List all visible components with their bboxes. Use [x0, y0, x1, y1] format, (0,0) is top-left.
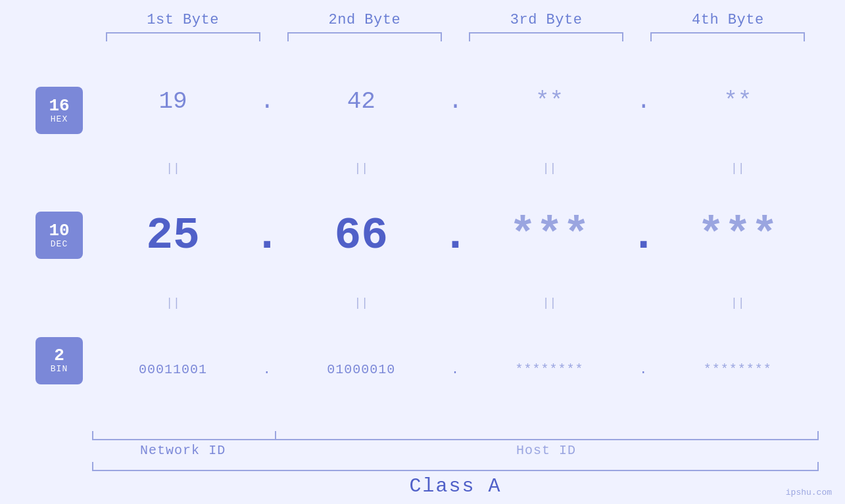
byte4-header: 4th Byte — [637, 12, 819, 28]
watermark: ipshu.com — [786, 488, 832, 497]
bin-row: 00011001 . 01000010 . ******** . — [92, 310, 819, 430]
dec-dot3: . — [631, 210, 657, 261]
top-bracket-1 — [106, 32, 260, 41]
bracket-cell-4 — [637, 32, 819, 41]
host-bracket — [275, 431, 819, 440]
hex-byte3: ** — [469, 88, 631, 115]
bin-byte1-value: 00011001 — [139, 362, 207, 377]
network-id-label: Network ID — [92, 443, 274, 458]
values-grid: 19 . 42 . ** . ** — [92, 41, 819, 430]
bracket-cell-1 — [92, 32, 274, 41]
bin-byte4: ******** — [657, 362, 819, 377]
top-bracket-3 — [469, 32, 623, 41]
bin-byte3: ******** — [469, 362, 631, 377]
dec-byte4-value: *** — [698, 210, 778, 261]
dec-byte2-value: 66 — [335, 210, 389, 261]
hex-badge-label: HEX — [51, 114, 68, 124]
dec-byte1-value: 25 — [146, 210, 200, 261]
hex-byte1-value: 19 — [159, 88, 187, 115]
hex-dot1: . — [254, 88, 280, 115]
bin-dot2: . — [443, 362, 469, 377]
byte2-header: 2nd Byte — [274, 12, 455, 28]
top-bracket-row — [92, 32, 819, 41]
dec-byte2: 66 — [280, 210, 442, 261]
hex-badge: 16 HEX — [36, 87, 83, 134]
dec-byte1: 25 — [92, 210, 254, 261]
dec-badge-number: 10 — [49, 222, 69, 239]
bin-byte2-value: 01000010 — [327, 362, 395, 377]
class-container: Class A — [92, 462, 819, 497]
bottom-bracket-row — [92, 431, 819, 440]
main-container: 1st Byte 2nd Byte 3rd Byte 4th Byte 16 H… — [0, 0, 845, 504]
byte-headers: 1st Byte 2nd Byte 3rd Byte 4th Byte — [92, 12, 819, 28]
content-area: 16 HEX 10 DEC 2 BIN 19 . — [26, 41, 819, 430]
byte3-header: 3rd Byte — [456, 12, 637, 28]
dec-badge: 10 DEC — [36, 212, 83, 259]
byte1-header: 1st Byte — [92, 12, 274, 28]
bin-byte3-value: ******** — [516, 362, 584, 377]
bracket-cell-2 — [274, 32, 455, 41]
bin-badge-label: BIN — [51, 364, 68, 374]
separator-2: || || || || — [92, 296, 819, 310]
dec-byte3-value: *** — [509, 210, 589, 261]
top-bracket-4 — [650, 32, 805, 41]
dec-byte3: *** — [469, 210, 631, 261]
top-bracket-2 — [287, 32, 442, 41]
dec-byte4: *** — [657, 210, 819, 261]
hex-dot2: . — [443, 88, 469, 115]
dec-badge-label: DEC — [51, 239, 68, 249]
badges-column: 16 HEX 10 DEC 2 BIN — [26, 41, 92, 430]
bin-byte1: 00011001 — [92, 362, 254, 377]
hex-byte4: ** — [657, 88, 819, 115]
bin-byte2: 01000010 — [280, 362, 442, 377]
hex-row: 19 . 42 . ** . ** — [92, 41, 819, 161]
host-id-label: Host ID — [274, 443, 819, 458]
hex-byte1: 19 — [92, 88, 254, 115]
bin-badge: 2 BIN — [36, 337, 83, 384]
class-label: Class A — [92, 475, 819, 497]
bin-badge-number: 2 — [54, 347, 64, 364]
dec-row: 25 . 66 . *** . *** — [92, 175, 819, 295]
hex-badge-number: 16 — [49, 97, 69, 114]
bin-dot1: . — [254, 362, 280, 377]
hex-dot3: . — [631, 88, 657, 115]
dec-dot1: . — [254, 210, 280, 261]
hex-byte3-value: ** — [535, 88, 564, 115]
bracket-cell-3 — [456, 32, 637, 41]
hex-byte4-value: ** — [723, 88, 752, 115]
id-labels-row: Network ID Host ID — [92, 443, 819, 458]
bin-byte4-value: ******** — [704, 362, 772, 377]
class-bracket — [92, 462, 819, 471]
bin-dot3: . — [631, 362, 657, 377]
hex-byte2: 42 — [280, 88, 442, 115]
hex-byte2-value: 42 — [347, 88, 375, 115]
dec-dot2: . — [443, 210, 469, 261]
network-bracket — [92, 431, 276, 440]
separator-1: || || || || — [92, 161, 819, 175]
